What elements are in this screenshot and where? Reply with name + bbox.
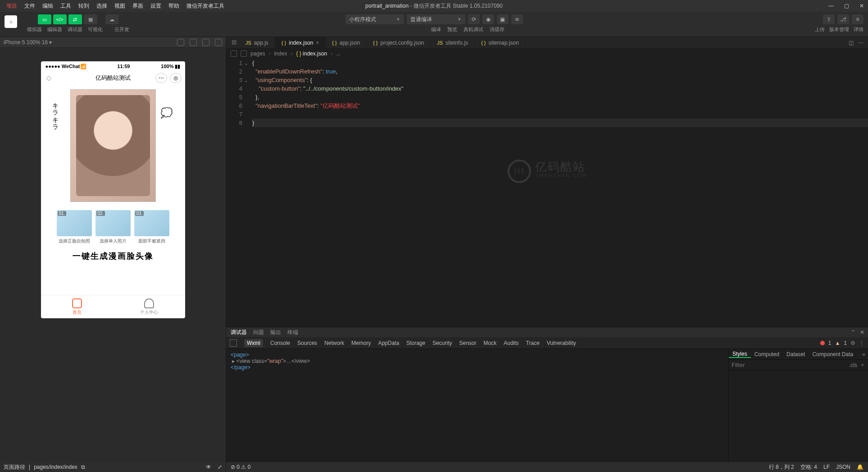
- devtab-network[interactable]: Network: [324, 340, 344, 346]
- upload-button[interactable]: ⇧: [823, 14, 835, 24]
- capsule-menu-icon[interactable]: ⋯: [155, 73, 167, 83]
- main-split: iPhone 5 100% 16 ▾ ●●●●● WeChat📶 11:59 1…: [0, 37, 868, 462]
- mode-dropdown[interactable]: 小程序模式▼: [345, 14, 404, 24]
- sim-home-icon[interactable]: [215, 39, 222, 46]
- devtools-more-icon[interactable]: ⋮: [859, 340, 864, 346]
- menu-project[interactable]: 项目: [3, 0, 21, 12]
- styletab-styles[interactable]: Styles: [729, 351, 751, 358]
- close-button[interactable]: ✕: [857, 3, 866, 9]
- menu-goto[interactable]: 转到: [75, 0, 93, 12]
- indent-info[interactable]: 空格: 4: [800, 463, 817, 471]
- breadcrumb: pages› index› { } index.json› ...: [226, 49, 868, 59]
- split-editor-icon[interactable]: ◫: [849, 40, 854, 46]
- devtab-audits[interactable]: Audits: [504, 340, 518, 346]
- cls-toggle[interactable]: .cls: [849, 362, 857, 368]
- menu-edit[interactable]: 编辑: [39, 0, 57, 12]
- tab-output[interactable]: 输出: [270, 329, 281, 336]
- eye-icon[interactable]: 👁: [206, 464, 211, 470]
- cloud-dev-button[interactable]: ☁: [105, 14, 119, 24]
- crumb-pages[interactable]: pages: [250, 50, 265, 57]
- capsule-close-icon[interactable]: ◎: [170, 73, 182, 83]
- crumb-icon-1[interactable]: [231, 50, 237, 57]
- devtab-security[interactable]: Security: [432, 340, 452, 346]
- tab-app-js[interactable]: JSapp.js: [239, 37, 275, 48]
- wxml-tree[interactable]: <page> ▸ <view class="wrap">…</view> </p…: [226, 349, 728, 462]
- tab-index-json[interactable]: { }index.json×: [275, 37, 326, 48]
- tab-debugger[interactable]: 调试器: [231, 329, 247, 336]
- explorer-toggle-icon[interactable]: ▤: [229, 37, 239, 48]
- more-icon[interactable]: ⋯: [858, 40, 863, 46]
- eol-info[interactable]: LF: [823, 464, 830, 470]
- devtab-wxml[interactable]: Wxml: [244, 339, 263, 347]
- styletab-component[interactable]: Component Data: [809, 351, 857, 357]
- detail-button[interactable]: ≡: [852, 14, 863, 24]
- tab-home[interactable]: 首页: [41, 295, 113, 318]
- panel-collapse-icon[interactable]: ⌃: [851, 329, 855, 335]
- menu-view[interactable]: 视图: [111, 0, 129, 12]
- error-dot-icon: [820, 341, 825, 345]
- styletab-dataset[interactable]: Dataset: [783, 351, 809, 357]
- sim-record-icon[interactable]: [190, 39, 197, 46]
- devtab-storage[interactable]: Storage: [406, 340, 425, 346]
- visual-toggle[interactable]: ▦: [84, 14, 97, 24]
- devtab-console[interactable]: Console: [270, 340, 290, 346]
- tab-profile[interactable]: 个人中心: [113, 295, 185, 318]
- menu-file[interactable]: 文件: [21, 0, 39, 12]
- devtab-trace[interactable]: Trace: [526, 340, 540, 346]
- menu-devtools[interactable]: 微信开发者工具: [183, 0, 228, 12]
- element-picker-icon[interactable]: [230, 339, 237, 347]
- cursor-pos[interactable]: 行 8，列 2: [769, 463, 794, 471]
- devtab-mock[interactable]: Mock: [484, 340, 497, 346]
- maximize-button[interactable]: ▢: [842, 3, 851, 9]
- menu-ui[interactable]: 界面: [129, 0, 147, 12]
- device-selector[interactable]: iPhone 5 100% 16 ▾: [4, 39, 52, 46]
- crumb-file[interactable]: index.json: [303, 50, 327, 57]
- fold-icon[interactable]: ⌄: [244, 59, 248, 68]
- tab-problems[interactable]: 问题: [253, 329, 264, 336]
- debugger-toggle[interactable]: ⇄: [68, 14, 82, 24]
- bell-icon[interactable]: 🔔: [857, 464, 863, 470]
- compile-dropdown[interactable]: 普通编译▼: [407, 14, 465, 24]
- crumb-icon-2[interactable]: [241, 50, 247, 57]
- simulator-toggle[interactable]: ▭: [38, 14, 51, 24]
- menu-tool[interactable]: 工具: [57, 0, 75, 12]
- tab-terminal[interactable]: 终端: [287, 329, 298, 336]
- tab-close-icon[interactable]: ×: [316, 40, 319, 46]
- styletab-computed[interactable]: Computed: [751, 351, 783, 357]
- crumb-index[interactable]: index: [274, 50, 287, 57]
- compile-button[interactable]: ⟳: [468, 14, 480, 24]
- devtab-sources[interactable]: Sources: [297, 340, 317, 346]
- add-style-icon[interactable]: ＋: [860, 361, 865, 369]
- devtab-appdata[interactable]: AppData: [378, 340, 399, 346]
- tab-project-config[interactable]: { }project.config.json: [367, 37, 431, 48]
- sim-back-icon[interactable]: [202, 39, 209, 46]
- fold-icon[interactable]: ⌄: [244, 76, 248, 85]
- menu-help[interactable]: 帮助: [165, 0, 183, 12]
- devtab-sensor[interactable]: Sensor: [459, 340, 477, 346]
- remote-debug-button[interactable]: ▣: [497, 14, 509, 24]
- devtab-memory[interactable]: Memory: [351, 340, 371, 346]
- status-errors[interactable]: ⊘ 0 ⚠ 0: [231, 464, 250, 470]
- tab-siteinfo-js[interactable]: JSsiteinfo.js: [431, 37, 475, 48]
- clear-cache-button[interactable]: ≋: [511, 14, 523, 24]
- tab-sitemap-json[interactable]: { }sitemap.json: [475, 37, 526, 48]
- minimize-button[interactable]: —: [827, 3, 836, 9]
- file-tabs: ▤ JSapp.js { }index.json× { }app.json { …: [226, 37, 868, 49]
- sim-screenshot-icon[interactable]: [177, 39, 184, 46]
- styletab-more-icon[interactable]: »: [859, 351, 868, 357]
- preview-button[interactable]: ◉: [482, 14, 494, 24]
- style-filter-input[interactable]: [732, 362, 846, 368]
- devtab-vuln[interactable]: Vulnerability: [547, 340, 576, 346]
- copy-path-icon[interactable]: ⧉: [81, 464, 85, 470]
- lang-info[interactable]: JSON: [836, 464, 850, 470]
- code-editor[interactable]: 1234 5678 ⌄ ⌄ { "enablePullDownRefresh":…: [226, 59, 868, 327]
- expand-icon[interactable]: ⤢: [218, 464, 222, 470]
- menu-select[interactable]: 选择: [93, 0, 111, 12]
- tab-app-json[interactable]: { }app.json: [326, 37, 367, 48]
- page-path[interactable]: pages/index/index: [34, 464, 77, 470]
- editor-toggle[interactable]: </>: [53, 14, 67, 24]
- devtools-settings-icon[interactable]: ⚙: [850, 340, 855, 346]
- menu-settings[interactable]: 设置: [147, 0, 165, 12]
- panel-close-icon[interactable]: ✕: [860, 329, 864, 335]
- version-button[interactable]: ⎇: [837, 14, 849, 24]
